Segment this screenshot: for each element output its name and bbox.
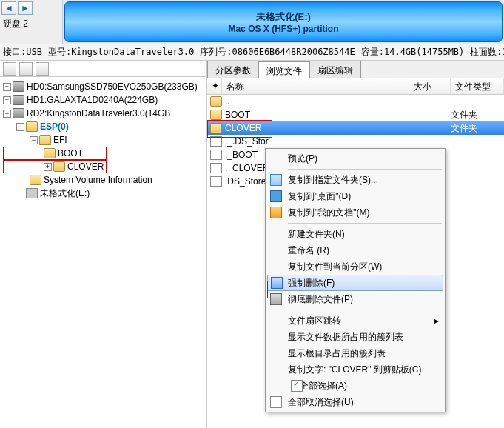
partition-icon [26, 188, 38, 198]
ctx-new-folder[interactable]: 新建文件夹(N) [267, 226, 443, 242]
tree-label: HD1:GALAXTA1D0240A(224GB) [27, 95, 158, 105]
expand-icon[interactable]: + [44, 163, 52, 171]
ctx-label: 复制文件到当前分区(W) [288, 261, 382, 273]
ctx-label: 预览(P) [288, 153, 317, 165]
col-name[interactable]: 名称 [222, 78, 409, 94]
col-icon[interactable]: ✦ [207, 78, 222, 94]
ctx-sector-jump[interactable]: 文件扇区跳转▸ [267, 312, 443, 329]
file-type: 文件夹 [451, 122, 504, 135]
tree-hd0[interactable]: + HD0:SamsungSSD750EVO250GB(233GB) [3, 80, 204, 93]
uncheck-icon [270, 396, 282, 408]
nav-forward-button[interactable]: ► [18, 1, 33, 15]
ctx-label: 复制到指定文件夹(S)... [288, 174, 378, 187]
tree-boot[interactable]: BOOT [3, 147, 107, 160]
delete-icon [271, 277, 283, 289]
partition-banner[interactable]: 未格式化(E:) Mac OS X (HFS+) partition [64, 1, 503, 42]
file-name: BOOT [225, 110, 451, 120]
ctx-rename[interactable]: 重命名 (R) [267, 242, 443, 258]
ctx-copy-desktop[interactable]: 复制到"桌面"(D) [267, 188, 443, 204]
tab-partition-params[interactable]: 分区参数 [207, 61, 259, 78]
info-model-label: 型号: [48, 47, 71, 57]
info-capacity: 14.4GB(14755MB) [384, 47, 464, 57]
tree-label: BOOT [58, 148, 83, 158]
toolbar-button[interactable] [36, 62, 49, 76]
hdd-icon [13, 108, 24, 118]
nav-back-button[interactable]: ◄ [1, 1, 16, 15]
tree-label: EFI [53, 135, 67, 145]
folder-icon [44, 148, 56, 158]
ctx-label: 新建文件夹(N) [288, 228, 345, 241]
info-serial-label: 序列号: [200, 47, 232, 57]
separator [288, 169, 442, 170]
ctx-copy-text[interactable]: 复制文字: "CLOVER" 到剪贴板(C) [267, 361, 443, 378]
top-bar: ◄ ► 硬盘 2 未格式化(E:) Mac OS X (HFS+) partit… [0, 0, 504, 44]
expand-icon[interactable]: + [3, 83, 11, 91]
check-icon [291, 380, 303, 392]
file-icon [210, 163, 222, 173]
ctx-copy-to-current[interactable]: 复制文件到当前分区(W) [267, 258, 443, 275]
folder-icon [210, 123, 222, 133]
file-row[interactable]: ._.DS_Stor [207, 135, 504, 148]
context-menu: 预览(P) 复制到指定文件夹(S)... 复制到"桌面"(D) 复制到"我的文档… [265, 148, 446, 412]
ctx-label: 全部选择(A) [300, 380, 347, 392]
ctx-label: 复制文字: "CLOVER" 到剪贴板(C) [288, 364, 422, 376]
ctx-label: 重命名 (R) [288, 244, 329, 257]
ctx-force-delete[interactable]: 强制删除(F) [267, 275, 443, 291]
file-icon [210, 176, 222, 187]
file-name: .. [225, 96, 504, 107]
ctx-show-file-clusters[interactable]: 显示文件数据所占用的簇列表 [267, 329, 443, 345]
ctx-copy-documents[interactable]: 复制到"我的文档"(M) [267, 204, 443, 221]
tab-sector-edit[interactable]: 扇区编辑 [309, 61, 361, 78]
tree-label: CLOVER [67, 161, 104, 172]
expand-icon[interactable]: + [3, 96, 11, 104]
file-name: CLOVER [225, 123, 451, 133]
tree-hd1[interactable]: + HD1:GALAXTA1D0240A(224GB) [3, 93, 204, 107]
tree-unformatted[interactable]: 未格式化(E:) [3, 187, 204, 200]
tree-esp[interactable]: − ESP(0) [3, 120, 204, 133]
ctx-copy-to-folder[interactable]: 复制到指定文件夹(S)... [267, 172, 443, 188]
separator [288, 223, 442, 224]
tree-rd2[interactable]: − RD2:KingstonDataTraveler3.0(14GB [3, 107, 204, 120]
col-type[interactable]: 文件类型 [451, 78, 504, 94]
ctx-show-root-clusters[interactable]: 显示根目录占用的簇列表 [267, 345, 443, 361]
folder-icon [210, 110, 222, 120]
collapse-icon[interactable]: − [30, 136, 38, 144]
tree-efi[interactable]: − EFI [3, 133, 204, 147]
hdd-icon [13, 95, 24, 105]
file-name: ._.DS_Stor [225, 136, 504, 147]
ctx-label: 复制到"我的文档"(M) [288, 207, 370, 219]
toolbar-button[interactable] [19, 62, 33, 76]
file-row-selected[interactable]: CLOVER 文件夹 [207, 121, 504, 135]
info-bar: 接口:USB 型号:KingstonDataTraveler3.0 序列号:08… [0, 44, 504, 61]
ctx-deselect-all[interactable]: 全部取消选择(U) [267, 394, 443, 410]
file-type: 文件夹 [451, 109, 504, 121]
ctx-select-all[interactable]: 全部选择(A) [267, 378, 443, 394]
banner-title: 未格式化(E:) [256, 10, 311, 24]
file-icon [210, 136, 222, 147]
device-tree: + HD0:SamsungSSD750EVO250GB(233GB) + HD1… [0, 77, 206, 203]
ctx-label: 强制删除(F) [288, 277, 335, 290]
ctx-full-delete[interactable]: 彻底删除文件(P) [267, 291, 443, 307]
tree-clover[interactable]: + CLOVER [3, 160, 107, 173]
tab-browse-files[interactable]: 浏览文件 [258, 61, 310, 78]
ctx-preview[interactable]: 预览(P) [267, 150, 443, 167]
collapse-icon[interactable]: − [3, 110, 11, 118]
col-size[interactable]: 大小 [409, 78, 451, 94]
file-icon [210, 150, 222, 160]
ctx-label: 显示文件数据所占用的簇列表 [288, 331, 403, 344]
ctx-label: 显示根目录占用的簇列表 [288, 347, 386, 360]
tree-svi[interactable]: System Volume Information [3, 173, 204, 187]
disk-count-label: 硬盘 2 [1, 15, 61, 33]
toolbar-button[interactable] [3, 62, 16, 76]
info-interface: 接口:USB [3, 46, 42, 58]
tree-label: ESP(0) [40, 121, 69, 132]
info-capacity-label: 容量: [361, 47, 384, 57]
tree-pane: + HD0:SamsungSSD750EVO250GB(233GB) + HD1… [0, 61, 207, 428]
ctx-label: 复制到"桌面"(D) [288, 190, 351, 203]
file-row[interactable]: BOOT 文件夹 [207, 108, 504, 121]
folder-open-icon [26, 121, 38, 132]
collapse-icon[interactable]: − [16, 123, 24, 131]
separator [288, 310, 442, 310]
file-row-up[interactable]: .. [207, 95, 504, 108]
tree-label: 未格式化(E:) [40, 187, 90, 200]
